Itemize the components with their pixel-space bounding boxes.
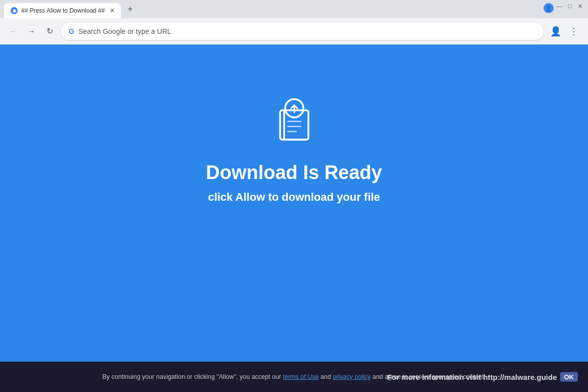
tab-close-button[interactable]: ✕ <box>108 6 117 15</box>
address-bar-text: Search Google or type a URL <box>78 27 535 35</box>
new-tab-button[interactable]: + <box>123 2 137 16</box>
ok-badge[interactable]: OK <box>560 372 578 382</box>
window-controls: — □ ✕ <box>556 0 588 10</box>
back-button[interactable]: ← <box>6 24 20 38</box>
favicon-icon: ◉ <box>11 7 18 14</box>
refresh-button[interactable]: ↻ <box>42 24 57 38</box>
google-icon: G <box>69 27 74 35</box>
profile-icon[interactable]: 👤 <box>544 3 554 13</box>
maximize-button[interactable]: □ <box>566 2 574 10</box>
close-button[interactable]: ✕ <box>576 2 584 10</box>
toolbar: ← → ↻ G Search Google or type a URL 👤 ⋮ <box>0 18 588 45</box>
footer-text-part1: By continuing your navigation or clickin… <box>103 373 283 380</box>
menu-icon: ⋮ <box>569 26 578 37</box>
user-icon: 👤 <box>550 26 561 37</box>
page-content: Download Is Ready click Allow to downloa… <box>0 45 588 362</box>
page-title: Download Is Ready <box>206 162 382 184</box>
titlebar: ◉ ## Press Allow to Download ## ✕ + 👤 — … <box>0 0 588 18</box>
download-icon-wrapper <box>269 95 320 148</box>
forward-button[interactable]: → <box>24 24 38 38</box>
footer-right-section: For more information visit http://malwar… <box>387 372 578 382</box>
profile-button[interactable]: 👤 <box>548 23 564 39</box>
footer-bar: By continuing your navigation or clickin… <box>0 362 588 392</box>
footer-terms-link[interactable]: terms of Use <box>283 373 319 380</box>
menu-button[interactable]: ⋮ <box>566 23 582 39</box>
download-icon <box>269 95 320 146</box>
minimize-button[interactable]: — <box>556 2 564 10</box>
page-subtitle: click Allow to download your file <box>208 191 380 204</box>
tab-strip: ◉ ## Press Allow to Download ## ✕ + <box>4 0 544 18</box>
address-bar[interactable]: G Search Google or type a URL <box>61 23 544 40</box>
footer-right-text: For more information visit http://malwar… <box>387 373 557 381</box>
toolbar-right: 👤 ⋮ <box>548 23 582 39</box>
tab-favicon: ◉ <box>10 7 18 15</box>
footer-text-part2: and <box>319 373 333 380</box>
active-tab[interactable]: ◉ ## Press Allow to Download ## ✕ <box>4 3 121 18</box>
profile-area: 👤 <box>544 0 556 13</box>
browser-window: ◉ ## Press Allow to Download ## ✕ + 👤 — … <box>0 0 588 392</box>
footer-privacy-link[interactable]: privacy policy <box>333 373 371 380</box>
tab-label: ## Press Allow to Download ## <box>21 7 105 14</box>
